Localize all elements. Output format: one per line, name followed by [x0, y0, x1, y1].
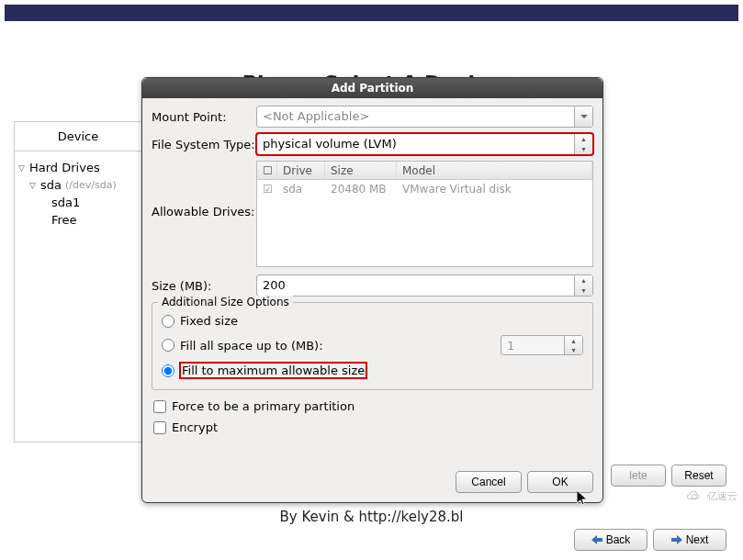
- background-actions: lete Reset: [611, 465, 726, 487]
- tree-node-free[interactable]: Free: [18, 211, 138, 229]
- tree-label: Hard Drives: [29, 161, 100, 174]
- collapse-icon: ▽: [29, 181, 37, 190]
- tree-label: sda1: [51, 196, 80, 209]
- fs-type-combo[interactable]: physical volume (LVM) ▴▾: [256, 133, 593, 155]
- delete-button-partial[interactable]: lete: [611, 465, 666, 487]
- tree-node-hard-drives[interactable]: ▽ Hard Drives: [18, 159, 138, 176]
- col-model[interactable]: Model: [397, 162, 592, 179]
- fs-type-label: File System Type:: [152, 138, 256, 151]
- allowable-drives-label: Allowable Drives:: [152, 161, 256, 218]
- radio-label: Fixed size: [180, 314, 238, 328]
- col-size[interactable]: Size: [325, 162, 397, 179]
- tree-label: sda: [40, 178, 62, 192]
- radio-fill-up-to[interactable]: Fill all space up to (MB): 1 ▴▾: [160, 331, 585, 359]
- radio-fixed-size[interactable]: Fixed size: [160, 310, 585, 331]
- checkbox-input[interactable]: [153, 400, 166, 413]
- svg-point-0: [692, 494, 697, 498]
- corner-brand: 亿速云: [685, 489, 737, 503]
- tree-node-sda[interactable]: ▽ sda (/dev/sda): [18, 176, 138, 194]
- table-row[interactable]: ☑ sda 20480 MB VMware Virtual disk: [257, 180, 592, 198]
- tree-label: Free: [51, 213, 77, 227]
- size-value: 200: [257, 275, 574, 296]
- device-tree-panel: Device ▽ Hard Drives ▽ sda (/dev/sda) sd…: [14, 121, 142, 442]
- size-input[interactable]: 200 ▴▾: [256, 274, 593, 297]
- cancel-button[interactable]: Cancel: [456, 471, 522, 493]
- row-drive: sda: [277, 180, 325, 198]
- radio-label: Fill to maximum allowable size: [180, 363, 366, 378]
- spinner-icon[interactable]: ▴▾: [574, 134, 592, 154]
- checkbox-input[interactable]: [153, 421, 166, 434]
- mount-point-label: Mount Point:: [152, 110, 256, 124]
- brand-text: 亿速云: [707, 489, 737, 503]
- group-title: Additional Size Options: [158, 296, 293, 308]
- credit-text: By Kevin & http://kely28.bl: [0, 509, 743, 525]
- back-label: Back: [606, 533, 631, 546]
- arrow-right-icon: [671, 535, 682, 544]
- checkbox-label: Force to be a primary partition: [172, 399, 355, 413]
- table-header: ☐ Drive Size Model: [257, 162, 592, 180]
- top-window-bar: [5, 5, 738, 21]
- col-drive[interactable]: Drive: [277, 162, 325, 179]
- device-path: (/dev/sda): [65, 179, 117, 191]
- spinner-icon[interactable]: ▴▾: [574, 275, 592, 296]
- mount-point-value: <Not Applicable>: [257, 106, 574, 127]
- row-checkbox[interactable]: ☑: [257, 180, 277, 198]
- arrow-left-icon: [591, 535, 602, 544]
- fs-type-value: physical volume (LVM): [257, 134, 574, 154]
- tree-node-sda1[interactable]: sda1: [18, 194, 138, 211]
- allowable-drives-table: ☐ Drive Size Model ☑ sda 20480 MB VMware…: [256, 161, 593, 267]
- additional-size-group: Additional Size Options Fixed size Fill …: [152, 302, 593, 390]
- row-size: 20480 MB: [325, 180, 397, 198]
- checkbox-encrypt[interactable]: Encrypt: [152, 417, 593, 438]
- cloud-icon: [685, 490, 704, 503]
- ok-button[interactable]: OK: [527, 471, 593, 493]
- dialog-title: Add Partition: [142, 78, 602, 98]
- next-label: Next: [686, 533, 709, 546]
- spinner-icon[interactable]: ▴▾: [564, 336, 582, 354]
- collapse-icon: ▽: [18, 163, 26, 173]
- col-check[interactable]: ☐: [257, 162, 277, 179]
- chevron-down-icon[interactable]: [574, 106, 592, 127]
- mount-point-combo[interactable]: <Not Applicable>: [256, 106, 593, 128]
- back-button[interactable]: Back: [574, 529, 647, 551]
- radio-input[interactable]: [162, 339, 174, 352]
- wizard-nav: Back Next: [574, 529, 726, 551]
- device-tree-body: ▽ Hard Drives ▽ sda (/dev/sda) sda1 Free: [15, 151, 141, 236]
- radio-input[interactable]: [162, 315, 174, 328]
- device-tree-header: Device: [15, 122, 141, 151]
- row-model: VMware Virtual disk: [397, 180, 592, 198]
- checkbox-label: Encrypt: [172, 420, 218, 434]
- fill-up-to-value: 1: [501, 336, 564, 354]
- radio-label: Fill all space up to (MB):: [180, 339, 323, 353]
- next-button[interactable]: Next: [653, 529, 726, 551]
- checkbox-force-primary[interactable]: Force to be a primary partition: [152, 396, 593, 417]
- radio-fill-max[interactable]: Fill to maximum allowable size: [160, 359, 585, 382]
- add-partition-dialog: Add Partition Mount Point: <Not Applicab…: [141, 77, 603, 503]
- size-label: Size (MB):: [152, 279, 256, 293]
- reset-button[interactable]: Reset: [671, 465, 726, 487]
- fill-up-to-input[interactable]: 1 ▴▾: [501, 335, 583, 355]
- radio-input[interactable]: [162, 364, 174, 377]
